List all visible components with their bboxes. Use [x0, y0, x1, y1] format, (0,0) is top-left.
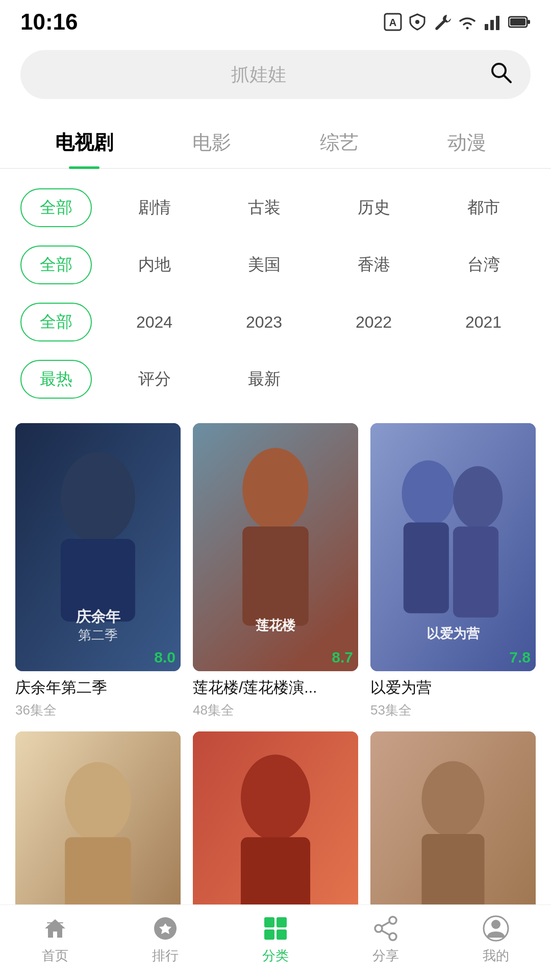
tab-movie[interactable]: 电影 — [148, 119, 276, 168]
filter-year-2023[interactable]: 2023 — [217, 313, 311, 332]
svg-rect-24 — [453, 527, 498, 618]
svg-text:以爱为营: 以爱为营 — [427, 626, 480, 641]
card-score-1: 8.7 — [332, 649, 353, 666]
svg-rect-4 — [490, 20, 494, 30]
search-container: 抓娃娃 — [0, 40, 551, 104]
svg-point-49 — [491, 920, 500, 929]
user-icon — [483, 915, 509, 942]
tab-anime[interactable]: 动漫 — [403, 119, 531, 168]
search-placeholder: 抓娃娃 — [39, 62, 479, 87]
battery-icon — [508, 13, 531, 31]
search-icon[interactable] — [489, 60, 512, 89]
status-time: 10:16 — [20, 9, 78, 35]
search-bar[interactable]: 抓娃娃 — [20, 50, 531, 99]
card-title-0: 庆余年第二季 — [15, 677, 181, 698]
nav-home-label: 首页 — [42, 947, 68, 965]
filter-genre-city[interactable]: 都市 — [436, 197, 531, 219]
svg-point-31 — [241, 754, 310, 840]
content-card-0[interactable]: 庆余年 第二季 8.0 庆余年第二季 36集全 — [15, 423, 181, 719]
svg-point-45 — [389, 933, 396, 940]
filter-sort-newest[interactable]: 最新 — [217, 368, 311, 390]
content-grid: 庆余年 第二季 8.0 庆余年第二季 36集全 莲花楼 8. — [0, 408, 551, 980]
nav-mine[interactable]: 我的 — [441, 915, 551, 965]
svg-rect-3 — [485, 24, 488, 30]
svg-text:A: A — [389, 17, 396, 28]
svg-rect-40 — [277, 917, 287, 927]
svg-rect-5 — [496, 16, 499, 30]
svg-point-22 — [453, 466, 503, 529]
svg-point-44 — [375, 925, 382, 932]
nav-category-label: 分类 — [262, 947, 289, 965]
filter-btn-year-all[interactable]: 全部 — [20, 303, 92, 341]
svg-line-47 — [382, 930, 390, 935]
svg-line-10 — [504, 76, 511, 82]
card-art-1: 莲花楼 — [193, 423, 358, 671]
filter-region-usa[interactable]: 美国 — [217, 254, 311, 276]
svg-rect-39 — [264, 917, 274, 927]
a-icon: A — [384, 13, 402, 31]
nav-mine-label: 我的 — [483, 947, 509, 965]
card-thumb-1: 莲花楼 8.7 — [193, 423, 358, 671]
svg-rect-42 — [277, 929, 287, 940]
svg-text:第二季: 第二季 — [78, 628, 118, 642]
card-score-0: 8.0 — [154, 649, 176, 666]
svg-rect-37 — [47, 922, 63, 923]
status-bar: 10:16 A — [0, 0, 551, 40]
card-thumb-0: 庆余年 第二季 8.0 — [15, 423, 181, 671]
svg-point-35 — [421, 761, 484, 837]
card-sub-0: 36集全 — [15, 701, 181, 719]
svg-rect-23 — [404, 522, 449, 613]
filter-region-mainland[interactable]: 内地 — [107, 254, 202, 276]
home-icon — [42, 915, 68, 942]
filter-year-2021[interactable]: 2021 — [436, 313, 531, 332]
filter-genre-costume[interactable]: 古装 — [217, 197, 311, 219]
svg-point-12 — [61, 452, 135, 543]
rank-icon — [152, 915, 179, 942]
card-art-0: 庆余年 第二季 — [15, 423, 181, 671]
filter-region-tw[interactable]: 台湾 — [436, 254, 531, 276]
content-card-2[interactable]: 以爱为营 7.8 以爱为营 53集全 — [370, 423, 536, 719]
tab-variety[interactable]: 综艺 — [276, 119, 403, 168]
filter-year-2024[interactable]: 2024 — [107, 313, 202, 332]
wifi-icon — [457, 13, 478, 31]
status-icons: A — [384, 13, 531, 31]
filter-region-hk[interactable]: 香港 — [327, 254, 421, 276]
wrench-icon — [433, 13, 451, 31]
filter-btn-sort-hot[interactable]: 最热 — [20, 360, 92, 399]
svg-point-43 — [389, 917, 396, 924]
svg-point-2 — [415, 20, 419, 24]
category-icon — [262, 915, 289, 942]
nav-home[interactable]: 首页 — [0, 915, 110, 965]
svg-line-46 — [382, 922, 390, 926]
share-icon — [372, 915, 399, 942]
svg-text:庆余年: 庆余年 — [76, 608, 121, 625]
svg-rect-41 — [264, 929, 274, 940]
svg-text:莲花楼: 莲花楼 — [256, 618, 296, 632]
nav-rank[interactable]: 排行 — [110, 915, 220, 965]
filter-section: 全部 剧情 古装 历史 都市 全部 内地 美国 香港 台湾 全部 2024 20… — [0, 169, 551, 408]
tab-tv[interactable]: 电视剧 — [20, 119, 148, 168]
card-score-2: 7.8 — [509, 649, 531, 666]
svg-rect-7 — [510, 18, 525, 26]
filter-genre-history[interactable]: 历史 — [327, 197, 421, 219]
signal-icon — [484, 13, 502, 31]
filter-row-sort: 最热 评分 最新 — [20, 351, 531, 408]
card-thumb-2: 以爱为营 7.8 — [370, 423, 536, 671]
card-sub-1: 48集全 — [193, 701, 358, 719]
filter-btn-genre-all[interactable]: 全部 — [20, 188, 92, 227]
svg-point-21 — [402, 460, 455, 527]
svg-point-27 — [65, 762, 131, 842]
filter-row-region: 全部 内地 美国 香港 台湾 — [20, 236, 531, 293]
filter-btn-region-all[interactable]: 全部 — [20, 246, 92, 284]
nav-category[interactable]: 分类 — [220, 915, 331, 965]
content-card-1[interactable]: 莲花楼 8.7 莲花楼/莲花楼演... 48集全 — [193, 423, 358, 719]
filter-genre-drama[interactable]: 剧情 — [107, 197, 202, 219]
svg-rect-18 — [242, 527, 309, 626]
nav-share[interactable]: 分享 — [331, 915, 441, 965]
filter-sort-rating[interactable]: 评分 — [107, 368, 202, 390]
bottom-nav: 首页 排行 分类 分享 — [0, 904, 551, 980]
filter-year-2022[interactable]: 2022 — [327, 313, 421, 332]
category-tabs: 电视剧 电影 综艺 动漫 — [0, 104, 551, 169]
card-title-2: 以爱为营 — [370, 677, 536, 698]
nav-share-label: 分享 — [372, 947, 399, 965]
